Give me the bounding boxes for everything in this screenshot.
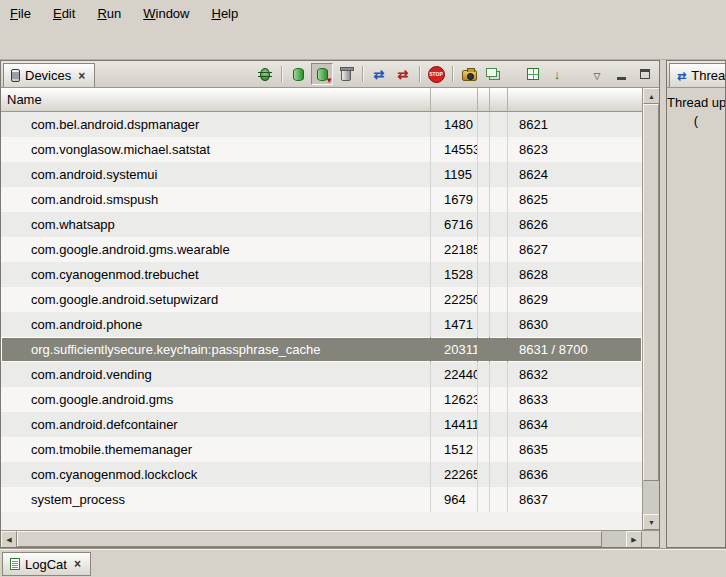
view-menu-button[interactable]	[586, 63, 608, 85]
scroll-up-icon[interactable]	[643, 88, 659, 104]
dump-hprof-button[interactable]	[311, 63, 333, 85]
pid-cell: 6716	[431, 212, 478, 237]
close-icon[interactable]	[72, 558, 83, 570]
debug-process-button[interactable]	[254, 63, 276, 85]
table-row[interactable]: com.tmobile.thememanager 1512 8635	[1, 437, 642, 462]
vertical-scroll-track[interactable]	[643, 104, 659, 514]
port-cell: 8635	[508, 437, 642, 462]
stop-process-button[interactable]: STOP	[425, 63, 447, 85]
extra-cell	[478, 162, 490, 187]
table-row[interactable]: com.bel.android.dspmanager 1480 8621	[1, 112, 642, 137]
extra-cell	[490, 137, 508, 162]
table-row[interactable]: com.google.android.setupwizard 22250 862…	[1, 287, 642, 312]
process-name-cell: system_process	[1, 487, 431, 512]
minimize-button[interactable]	[610, 63, 632, 85]
process-name-cell: com.google.android.gms	[1, 387, 431, 412]
view-hierarchy-button[interactable]	[522, 63, 544, 85]
horizontal-scroll-thumb[interactable]	[17, 531, 602, 547]
table-row[interactable]: org.sufficientlysecure.keychain:passphra…	[1, 337, 642, 362]
extra-cell	[478, 412, 490, 437]
cause-gc-button[interactable]	[335, 63, 357, 85]
vertical-scrollbar[interactable]	[642, 88, 659, 530]
table-row[interactable]: com.vonglasow.michael.satstat 14553 8623	[1, 137, 642, 162]
port-cell: 8631 / 8700	[508, 337, 642, 362]
systrace-button[interactable]	[546, 63, 568, 85]
table-row[interactable]: system_process 964 8637	[1, 487, 642, 512]
tab-threads[interactable]: Threads	[669, 63, 725, 87]
threads-message-line1: Thread up	[667, 94, 725, 112]
table-row[interactable]: com.google.android.gms.wearable 22185 86…	[1, 237, 642, 262]
table-row[interactable]: com.android.smspush 1679 8625	[1, 187, 642, 212]
workbench-area: Devices STOP	[0, 60, 726, 548]
hierarchy-grid-icon	[527, 68, 539, 80]
port-cell: 8630	[508, 312, 642, 337]
column-header-pid[interactable]	[431, 88, 478, 111]
table-row[interactable]: com.android.vending 22440 8632	[1, 362, 642, 387]
horizontal-scrollbar[interactable]	[1, 531, 642, 547]
table-row[interactable]: com.whatsapp 6716 8626	[1, 212, 642, 237]
scroll-right-icon[interactable]	[626, 531, 642, 548]
pid-cell: 1679	[431, 187, 478, 212]
maximize-icon	[640, 69, 650, 79]
pid-cell: 1195	[431, 162, 478, 187]
column-header-name[interactable]: Name	[1, 88, 431, 111]
table-row[interactable]: com.cyanogenmod.trebuchet 1528 8628	[1, 262, 642, 287]
menu-item-help[interactable]: Help	[211, 6, 238, 21]
extra-cell	[478, 237, 490, 262]
process-name-cell: com.android.smspush	[1, 187, 431, 212]
table-row[interactable]: com.android.systemui 1195 8624	[1, 162, 642, 187]
column-header-port[interactable]	[508, 88, 642, 111]
screen-capture-button[interactable]	[458, 63, 480, 85]
extra-cell	[478, 262, 490, 287]
menubar: File Edit Run Window Help	[0, 0, 726, 26]
column-header-extra2[interactable]	[490, 88, 508, 111]
method-profiling-icon	[398, 67, 409, 82]
extra-cell	[490, 312, 508, 337]
close-icon[interactable]	[76, 70, 87, 82]
table-row[interactable]: com.google.android.gms 12623 8633	[1, 387, 642, 412]
port-cell: 8627	[508, 237, 642, 262]
extra-cell	[478, 387, 490, 412]
extra-cell	[490, 112, 508, 137]
devices-panel: Devices STOP	[0, 60, 660, 548]
table-row[interactable]: com.android.phone 1471 8630	[1, 312, 642, 337]
extra-cell	[478, 462, 490, 487]
process-name-cell: com.bel.android.dspmanager	[1, 112, 431, 137]
update-threads-button[interactable]	[368, 63, 390, 85]
threads-message-line2: (	[667, 112, 725, 130]
menu-item-run[interactable]: Run	[97, 6, 121, 21]
pid-cell: 1480	[431, 112, 478, 137]
pid-cell: 1528	[431, 262, 478, 287]
extra-cell	[490, 212, 508, 237]
extra-cell	[478, 337, 490, 362]
port-cell: 8634	[508, 412, 642, 437]
tab-devices[interactable]: Devices	[3, 63, 95, 87]
update-heap-button[interactable]	[287, 63, 309, 85]
tab-logcat[interactable]: LogCat	[2, 552, 91, 576]
method-profiling-button[interactable]	[392, 63, 414, 85]
screen-record-button[interactable]	[482, 63, 504, 85]
maximize-button[interactable]	[634, 63, 656, 85]
extra-cell	[478, 137, 490, 162]
port-cell: 8632	[508, 362, 642, 387]
update-heap-icon	[293, 68, 304, 81]
extra-cell	[490, 387, 508, 412]
menu-item-file[interactable]: File	[10, 6, 31, 21]
pid-cell: 20311	[431, 337, 478, 362]
threads-icon	[677, 68, 686, 83]
table-row[interactable]: com.android.defcontainer 14411 8634	[1, 412, 642, 437]
table-row[interactable]: com.cyanogenmod.lockclock 22265 8636	[1, 462, 642, 487]
extra-cell	[478, 187, 490, 212]
minimize-icon	[617, 77, 626, 80]
dump-hprof-icon	[317, 68, 328, 81]
column-header-extra1[interactable]	[478, 88, 490, 111]
vertical-scroll-thumb[interactable]	[643, 104, 659, 481]
devices-tabstrip: Devices STOP	[1, 61, 659, 88]
menu-item-edit[interactable]: Edit	[53, 6, 75, 21]
extra-cell	[490, 262, 508, 287]
scroll-down-icon[interactable]	[643, 514, 659, 530]
extra-cell	[478, 112, 490, 137]
scroll-left-icon[interactable]	[1, 531, 17, 548]
menu-item-window[interactable]: Window	[143, 6, 189, 21]
horizontal-scroll-track[interactable]	[17, 531, 626, 547]
